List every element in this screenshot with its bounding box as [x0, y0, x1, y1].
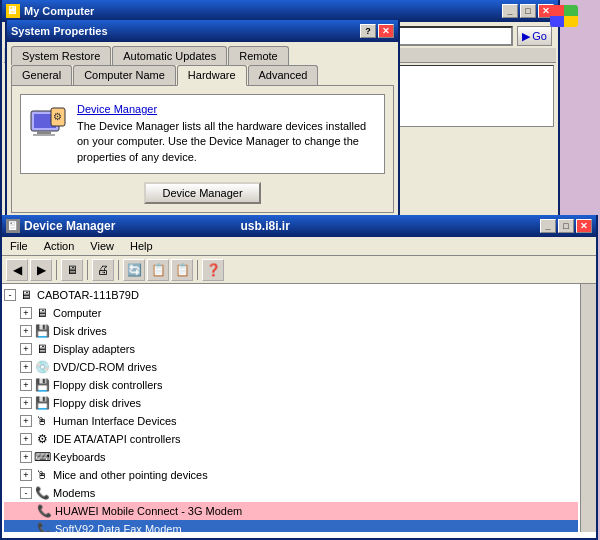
softv92-modem-icon: 📞 — [36, 521, 52, 532]
tree-item-floppy-controllers[interactable]: + 💾 Floppy disk controllers — [4, 376, 578, 394]
keyboards-label: Keyboards — [53, 451, 106, 463]
my-computer-title: My Computer — [24, 5, 94, 17]
disk-drives-expand-icon[interactable]: + — [20, 325, 32, 337]
keyboards-icon: ⌨ — [34, 449, 50, 465]
dvd-cdrom-expand-icon[interactable]: + — [20, 361, 32, 373]
tab-automatic-updates[interactable]: Automatic Updates — [112, 46, 227, 65]
sysprops-controls: ? ✕ — [360, 24, 394, 38]
device-tree-view[interactable]: - 🖥 CABOTAR-111B79D + 🖥 Computer + 💾 Dis… — [2, 284, 580, 532]
menu-help[interactable]: Help — [126, 239, 157, 253]
toolbar-separator-4 — [197, 260, 198, 280]
tab-general[interactable]: General — [11, 65, 72, 85]
computer-label: Computer — [53, 307, 101, 319]
tree-root-node[interactable]: - 🖥 CABOTAR-111B79D — [4, 286, 578, 304]
display-adapters-icon: 🖥 — [34, 341, 50, 357]
tree-item-huawei-modem[interactable]: 📞 HUAWEI Mobile Connect - 3G Modem — [4, 502, 578, 520]
root-computer-icon: 🖥 — [18, 287, 34, 303]
tree-item-dvd-cdrom[interactable]: + 💿 DVD/CD-ROM drives — [4, 358, 578, 376]
xp-q2 — [564, 5, 578, 16]
toolbar-separator-3 — [118, 260, 119, 280]
mice-expand-icon[interactable]: + — [20, 469, 32, 481]
my-computer-titlebar: 🖥 My Computer _ □ ✕ — [2, 0, 558, 22]
system-properties-tabs-row2: General Computer Name Hardware Advanced — [7, 65, 398, 85]
devmgr-close-button[interactable]: ✕ — [576, 219, 592, 233]
menu-action[interactable]: Action — [40, 239, 79, 253]
devmgr-maximize-button[interactable]: □ — [558, 219, 574, 233]
xp-q4 — [564, 16, 578, 27]
toolbar-back-button[interactable]: ◀ — [6, 259, 28, 281]
sysprops-close-button[interactable]: ✕ — [378, 24, 394, 38]
hardware-tab-content: ⚙ Device Manager The Device Manager list… — [11, 85, 394, 213]
tab-remote[interactable]: Remote — [228, 46, 289, 65]
floppy-ctrl-expand-icon[interactable]: + — [20, 379, 32, 391]
sysprops-help-button[interactable]: ? — [360, 24, 376, 38]
tree-item-ide-controllers[interactable]: + ⚙ IDE ATA/ATAPI controllers — [4, 430, 578, 448]
maximize-button[interactable]: □ — [520, 4, 536, 18]
tab-system-restore[interactable]: System Restore — [11, 46, 111, 65]
toolbar-props2-button[interactable]: 📋 — [171, 259, 193, 281]
toolbar-separator-1 — [56, 260, 57, 280]
root-node-label: CABOTAR-111B79D — [37, 289, 139, 301]
display-adapters-label: Display adapters — [53, 343, 135, 355]
tab-hardware[interactable]: Hardware — [177, 65, 247, 86]
tab-remote-label: Remote — [239, 50, 278, 62]
display-adapters-expand-icon[interactable]: + — [20, 343, 32, 355]
tree-scrollbar[interactable] — [580, 284, 596, 532]
dvd-cdrom-icon: 💿 — [34, 359, 50, 375]
floppy-drives-expand-icon[interactable]: + — [20, 397, 32, 409]
toolbar-forward-button[interactable]: ▶ — [30, 259, 52, 281]
go-button[interactable]: ▶ Go — [517, 26, 552, 46]
floppy-ctrl-icon: 💾 — [34, 377, 50, 393]
tab-automatic-updates-label: Automatic Updates — [123, 50, 216, 62]
minimize-button[interactable]: _ — [502, 4, 518, 18]
floppy-ctrl-label: Floppy disk controllers — [53, 379, 162, 391]
tab-computer-name[interactable]: Computer Name — [73, 65, 176, 85]
tree-item-display-adapters[interactable]: + 🖥 Display adapters — [4, 340, 578, 358]
modems-icon: 📞 — [34, 485, 50, 501]
tree-item-disk-drives[interactable]: + 💾 Disk drives — [4, 322, 578, 340]
menu-view[interactable]: View — [86, 239, 118, 253]
toolbar-props-button[interactable]: 📋 — [147, 259, 169, 281]
hid-expand-icon[interactable]: + — [20, 415, 32, 427]
device-manager-window-icon: 🖥 — [6, 219, 20, 233]
tree-item-floppy-drives[interactable]: + 💾 Floppy disk drives — [4, 394, 578, 412]
computer-expand-icon[interactable]: + — [20, 307, 32, 319]
keyboards-expand-icon[interactable]: + — [20, 451, 32, 463]
device-manager-button[interactable]: Device Manager — [144, 182, 260, 204]
device-manager-section: ⚙ Device Manager The Device Manager list… — [20, 94, 385, 174]
tree-item-hid[interactable]: + 🖱 Human Interface Devices — [4, 412, 578, 430]
go-label: Go — [532, 30, 547, 42]
device-manager-section-title: Device Manager — [77, 103, 376, 115]
tree-item-keyboards[interactable]: + ⌨ Keyboards — [4, 448, 578, 466]
toolbar-computer-button[interactable]: 🖥 — [61, 259, 83, 281]
modems-expand-icon[interactable]: - — [20, 487, 32, 499]
devmgr-minimize-button[interactable]: _ — [540, 219, 556, 233]
tree-item-modems[interactable]: - 📞 Modems — [4, 484, 578, 502]
modems-label: Modems — [53, 487, 95, 499]
system-properties-titlebar: System Properties ? ✕ — [7, 20, 398, 42]
system-properties-dialog: System Properties ? ✕ System Restore Aut… — [5, 20, 400, 219]
root-expand-icon[interactable]: - — [4, 289, 16, 301]
device-manager-win-controls: _ □ ✕ — [540, 219, 592, 233]
disk-drives-icon: 💾 — [34, 323, 50, 339]
device-manager-button-row: Device Manager — [20, 182, 385, 204]
tab-advanced[interactable]: Advanced — [248, 65, 319, 85]
device-manager-toolbar: ◀ ▶ 🖥 🖨 🔄 📋 📋 ❓ — [2, 256, 596, 284]
toolbar-help-button[interactable]: ❓ — [202, 259, 224, 281]
my-computer-win-controls: _ □ ✕ — [502, 4, 554, 18]
device-manager-menubar: File Action View Help — [2, 237, 596, 256]
ide-expand-icon[interactable]: + — [20, 433, 32, 445]
toolbar-refresh-button[interactable]: 🔄 — [123, 259, 145, 281]
menu-file[interactable]: File — [6, 239, 32, 253]
tree-item-computer[interactable]: + 🖥 Computer — [4, 304, 578, 322]
toolbar-print-button[interactable]: 🖨 — [92, 259, 114, 281]
softv92-modem-label: SoftV92 Data Fax Modem — [55, 523, 182, 532]
device-manager-text-area: Device Manager The Device Manager lists … — [77, 103, 376, 165]
computer-icon: 🖥 — [34, 305, 50, 321]
xp-q3 — [550, 16, 564, 27]
hid-icon: 🖱 — [34, 413, 50, 429]
system-properties-title: System Properties — [11, 25, 108, 37]
floppy-drives-icon: 💾 — [34, 395, 50, 411]
tree-item-softv92-modem[interactable]: 📞 SoftV92 Data Fax Modem — [4, 520, 578, 532]
tree-item-mice[interactable]: + 🖱 Mice and other pointing devices — [4, 466, 578, 484]
